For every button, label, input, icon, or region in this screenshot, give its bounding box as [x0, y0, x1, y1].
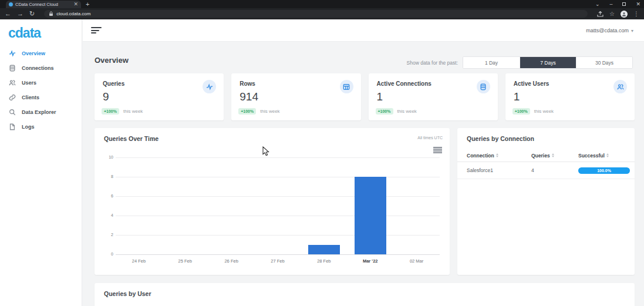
users-icon	[9, 79, 16, 86]
stat-card-queries: Queries 9 +100% this week	[95, 73, 224, 120]
mouse-cursor	[262, 146, 269, 156]
x-axis-tick: 26 Feb	[214, 258, 249, 264]
sidebar-item-label: Overview	[22, 51, 45, 56]
lock-icon	[49, 11, 53, 16]
sidebar-toggle-icon[interactable]	[91, 27, 102, 34]
table-title: Queries by Connection	[467, 135, 534, 142]
sort-icon	[606, 153, 609, 157]
cell-successful: 100.0%	[578, 167, 635, 174]
gridline	[116, 157, 440, 158]
forward-icon[interactable]: →	[17, 11, 23, 17]
filter-label: Show data for the past:	[407, 60, 458, 66]
period-label: this week	[260, 109, 279, 114]
queries-over-time-card: Queries Over Time All times UTC 02468102…	[95, 128, 450, 275]
share-icon[interactable]	[597, 11, 603, 17]
browser-tab-strip: CData Connect Cloud ✕ + ⌄ – ✕	[0, 0, 644, 8]
sidebar-item-label: Clients	[22, 95, 39, 100]
sidebar-item-users[interactable]: Users	[0, 75, 82, 90]
bar-28-feb	[308, 245, 340, 255]
browser-tab[interactable]: CData Connect Cloud ✕	[6, 1, 81, 8]
chart-export-menu-icon[interactable]	[433, 147, 442, 153]
reload-icon[interactable]: ↻	[29, 11, 35, 17]
window-menu-icon[interactable]: ⌄	[595, 1, 600, 7]
address-bar-actions: ☆ ⋮	[597, 11, 639, 18]
bookmark-star-icon[interactable]: ☆	[609, 11, 615, 17]
sidebar-item-label: Logs	[22, 124, 35, 130]
table-header-row: Connection Queries Successful	[457, 149, 635, 162]
sidebar-item-clients[interactable]: Clients	[0, 90, 82, 105]
x-axis-tick: 02 Mar	[399, 258, 434, 264]
stat-card-active-connections: Active Connections 1 +100% this week	[369, 73, 498, 120]
file-icon	[9, 123, 16, 130]
queries-over-time-plot: 024681024 Feb25 Feb26 Feb27 Feb28 FebMar…	[116, 157, 440, 254]
tab-title: CData Connect Cloud	[15, 2, 71, 7]
new-tab-button[interactable]: +	[86, 1, 89, 8]
column-label: Queries	[531, 153, 550, 159]
time-filter-group: 1 Day 7 Days 30 Days	[463, 56, 633, 69]
browser-menu-icon[interactable]: ⋮	[633, 11, 639, 17]
browser-profile-avatar[interactable]	[621, 11, 628, 18]
tab-close-icon[interactable]: ✕	[73, 2, 78, 7]
column-header-successful[interactable]: Successful	[578, 153, 635, 159]
url-field[interactable]: cloud.cdata.com	[44, 10, 588, 18]
stat-title: Rows	[240, 80, 352, 87]
column-header-queries[interactable]: Queries	[531, 153, 578, 159]
sort-icon	[496, 153, 498, 157]
connections-table: Connection Queries Successful Salesforce…	[457, 149, 635, 179]
user-menu[interactable]: matts@cdata.com ▾	[586, 28, 633, 33]
queries-by-connection-card: Queries by Connection Connection Queries…	[457, 128, 635, 275]
window-maximize-icon[interactable]	[622, 2, 626, 6]
period-label: this week	[123, 109, 143, 114]
person-icon	[622, 12, 626, 16]
gridline	[116, 254, 440, 255]
sidebar-nav: Overview Connections Users Clients Data …	[0, 46, 82, 134]
x-axis-tick: 24 Feb	[121, 258, 156, 264]
activity-icon	[9, 50, 16, 57]
change-badge: +100%	[102, 108, 119, 115]
sidebar-item-logs[interactable]: Logs	[0, 119, 82, 134]
table-row[interactable]: Salesforce14100.0%	[457, 162, 635, 179]
period-label: this week	[534, 109, 554, 114]
x-axis-tick: Mar '22	[353, 258, 388, 264]
table-icon	[340, 80, 353, 93]
period-label: this week	[397, 109, 417, 114]
y-axis-tick: 4	[105, 213, 113, 217]
link-icon	[9, 94, 16, 101]
window-controls: ⌄ – ✕	[595, 0, 640, 8]
window-minimize-icon[interactable]: –	[609, 1, 612, 7]
main-content: Overview Show data for the past: 1 Day 7…	[83, 42, 644, 306]
y-axis-tick: 10	[105, 155, 113, 159]
x-axis-tick: 25 Feb	[167, 258, 203, 264]
chart-title: Queries Over Time	[104, 135, 159, 142]
change-badge: +100%	[512, 108, 530, 115]
sidebar-item-data-explorer[interactable]: Data Explorer	[0, 105, 82, 119]
y-axis-tick: 8	[105, 174, 113, 179]
filter-30-days-button[interactable]: 30 Days	[576, 57, 632, 68]
change-badge: +100%	[376, 108, 393, 115]
back-icon[interactable]: ←	[5, 11, 11, 17]
screen: CData Connect Cloud ✕ + ⌄ – ✕ ← → ↻ clou…	[0, 0, 644, 306]
stat-cards: Queries 9 +100% this week Rows 914 +100%…	[95, 73, 635, 120]
page-title: Overview	[95, 56, 129, 65]
database-icon	[477, 80, 490, 93]
sidebar: cdata Overview Connections Users Clients…	[0, 19, 82, 306]
sort-icon	[552, 153, 554, 157]
stat-value: 914	[240, 90, 352, 103]
gridline	[116, 216, 440, 216]
column-header-connection[interactable]: Connection	[467, 153, 531, 159]
stat-card-rows: Rows 914 +100% this week	[231, 73, 360, 120]
filter-1-day-button[interactable]: 1 Day	[463, 57, 520, 68]
y-axis-tick: 2	[105, 233, 113, 237]
stat-title: Active Users	[514, 80, 626, 87]
search-icon	[9, 109, 16, 116]
url-text: cloud.cdata.com	[56, 11, 90, 16]
sidebar-item-label: Users	[22, 80, 36, 86]
chevron-down-icon: ▾	[631, 28, 633, 33]
queries-by-user-card: Queries by User	[95, 283, 635, 306]
sidebar-item-overview[interactable]: Overview	[0, 46, 82, 60]
sidebar-item-connections[interactable]: Connections	[0, 60, 82, 75]
window-close-icon[interactable]: ✕	[636, 1, 640, 7]
filter-7-days-button[interactable]: 7 Days	[520, 57, 576, 68]
x-axis-tick: 28 Feb	[306, 258, 342, 264]
successful-pill: 100.0%	[578, 167, 630, 174]
